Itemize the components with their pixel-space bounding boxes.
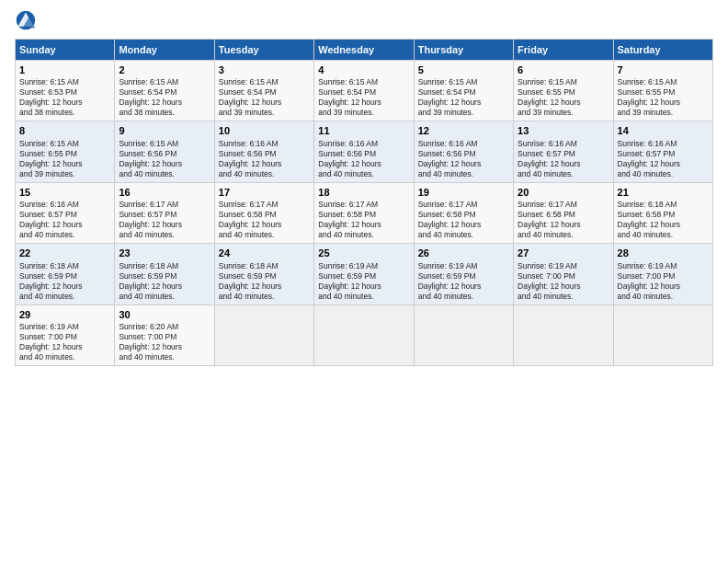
table-row: 17Sunrise: 6:17 AM Sunset: 6:58 PM Dayli… [214,182,313,243]
day-info: Sunrise: 6:17 AM Sunset: 6:58 PM Dayligh… [518,200,609,240]
col-header-wednesday: Wednesday [314,40,414,61]
col-header-tuesday: Tuesday [214,40,313,61]
day-number: 12 [418,124,509,137]
day-number: 14 [618,124,709,137]
table-row: 19Sunrise: 6:17 AM Sunset: 6:58 PM Dayli… [414,182,513,243]
day-number: 10 [219,124,310,137]
day-number: 22 [19,247,110,259]
table-row: 2Sunrise: 6:15 AM Sunset: 6:54 PM Daylig… [115,61,214,121]
page-header [15,9,713,31]
table-row: 7Sunrise: 6:15 AM Sunset: 6:55 PM Daylig… [613,61,712,121]
table-row: 10Sunrise: 6:16 AM Sunset: 6:56 PM Dayli… [214,121,313,182]
day-number: 18 [318,186,409,199]
table-row: 15Sunrise: 6:16 AM Sunset: 6:57 PM Dayli… [16,182,115,243]
day-info: Sunrise: 6:16 AM Sunset: 6:56 PM Dayligh… [219,139,310,179]
col-header-friday: Friday [514,40,613,61]
col-header-thursday: Thursday [414,40,513,61]
day-number: 1 [19,63,110,76]
table-row: 29Sunrise: 6:19 AM Sunset: 7:00 PM Dayli… [16,304,115,365]
day-info: Sunrise: 6:15 AM Sunset: 6:55 PM Dayligh… [518,77,609,118]
day-info: Sunrise: 6:19 AM Sunset: 7:00 PM Dayligh… [618,261,709,302]
day-number: 26 [418,247,509,259]
day-info: Sunrise: 6:20 AM Sunset: 7:00 PM Dayligh… [119,322,210,362]
day-number: 21 [618,186,709,199]
day-number: 7 [618,63,709,76]
table-row: 22Sunrise: 6:18 AM Sunset: 6:59 PM Dayli… [16,244,115,304]
table-row: 16Sunrise: 6:17 AM Sunset: 6:57 PM Dayli… [115,182,214,243]
day-number: 6 [518,63,609,76]
day-info: Sunrise: 6:15 AM Sunset: 6:54 PM Dayligh… [418,77,509,118]
day-info: Sunrise: 6:16 AM Sunset: 6:57 PM Dayligh… [518,139,609,179]
day-number: 28 [618,247,709,259]
day-number: 20 [518,186,609,199]
table-row: 28Sunrise: 6:19 AM Sunset: 7:00 PM Dayli… [613,244,712,304]
day-info: Sunrise: 6:19 AM Sunset: 7:00 PM Dayligh… [518,261,609,302]
table-row: 9Sunrise: 6:15 AM Sunset: 6:56 PM Daylig… [115,121,214,182]
day-info: Sunrise: 6:15 AM Sunset: 6:56 PM Dayligh… [119,139,210,179]
day-info: Sunrise: 6:17 AM Sunset: 6:58 PM Dayligh… [418,200,509,240]
day-number: 27 [518,247,609,259]
day-info: Sunrise: 6:19 AM Sunset: 6:59 PM Dayligh… [418,261,509,302]
logo-icon [15,9,37,31]
day-number: 3 [219,63,310,76]
day-number: 5 [418,63,509,76]
col-header-sunday: Sunday [16,40,115,61]
day-info: Sunrise: 6:16 AM Sunset: 6:57 PM Dayligh… [19,200,110,240]
day-info: Sunrise: 6:17 AM Sunset: 6:58 PM Dayligh… [219,200,310,240]
table-row: 1Sunrise: 6:15 AM Sunset: 6:53 PM Daylig… [16,61,115,121]
day-number: 23 [119,247,210,259]
day-number: 13 [518,124,609,137]
day-number: 16 [119,186,210,199]
day-info: Sunrise: 6:15 AM Sunset: 6:55 PM Dayligh… [618,77,709,118]
day-info: Sunrise: 6:15 AM Sunset: 6:54 PM Dayligh… [219,77,310,118]
table-row: 14Sunrise: 6:16 AM Sunset: 6:57 PM Dayli… [613,121,712,182]
table-row: 18Sunrise: 6:17 AM Sunset: 6:58 PM Dayli… [314,182,414,243]
table-row: 23Sunrise: 6:18 AM Sunset: 6:59 PM Dayli… [115,244,214,304]
table-row: 21Sunrise: 6:18 AM Sunset: 6:58 PM Dayli… [613,182,712,243]
table-row: 12Sunrise: 6:16 AM Sunset: 6:56 PM Dayli… [414,121,513,182]
col-header-saturday: Saturday [613,40,712,61]
day-number: 8 [19,124,110,137]
day-info: Sunrise: 6:16 AM Sunset: 6:56 PM Dayligh… [418,139,509,179]
table-row: 26Sunrise: 6:19 AM Sunset: 6:59 PM Dayli… [414,244,513,304]
day-info: Sunrise: 6:17 AM Sunset: 6:57 PM Dayligh… [119,200,210,240]
table-row [414,304,513,365]
col-header-monday: Monday [115,40,214,61]
table-row: 30Sunrise: 6:20 AM Sunset: 7:00 PM Dayli… [115,304,214,365]
day-number: 11 [318,124,409,137]
day-info: Sunrise: 6:15 AM Sunset: 6:54 PM Dayligh… [318,77,409,118]
table-row: 3Sunrise: 6:15 AM Sunset: 6:54 PM Daylig… [214,61,313,121]
day-info: Sunrise: 6:18 AM Sunset: 6:59 PM Dayligh… [219,261,310,302]
table-row: 24Sunrise: 6:18 AM Sunset: 6:59 PM Dayli… [214,244,313,304]
day-info: Sunrise: 6:18 AM Sunset: 6:59 PM Dayligh… [19,261,110,302]
day-number: 17 [219,186,310,199]
day-number: 4 [318,63,409,76]
day-number: 15 [19,186,110,199]
day-number: 30 [119,308,210,321]
table-row [613,304,712,365]
day-info: Sunrise: 6:18 AM Sunset: 6:59 PM Dayligh… [119,261,210,302]
day-info: Sunrise: 6:18 AM Sunset: 6:58 PM Dayligh… [618,200,709,240]
table-row [514,304,613,365]
table-row: 27Sunrise: 6:19 AM Sunset: 7:00 PM Dayli… [514,244,613,304]
table-row [214,304,313,365]
table-row: 25Sunrise: 6:19 AM Sunset: 6:59 PM Dayli… [314,244,414,304]
day-info: Sunrise: 6:19 AM Sunset: 6:59 PM Dayligh… [318,261,409,302]
calendar-table: SundayMondayTuesdayWednesdayThursdayFrid… [15,39,713,366]
day-number: 29 [19,308,110,321]
day-info: Sunrise: 6:17 AM Sunset: 6:58 PM Dayligh… [318,200,409,240]
table-row: 13Sunrise: 6:16 AM Sunset: 6:57 PM Dayli… [514,121,613,182]
table-row: 6Sunrise: 6:15 AM Sunset: 6:55 PM Daylig… [514,61,613,121]
day-number: 9 [119,124,210,137]
day-info: Sunrise: 6:16 AM Sunset: 6:56 PM Dayligh… [318,139,409,179]
table-row: 11Sunrise: 6:16 AM Sunset: 6:56 PM Dayli… [314,121,414,182]
day-info: Sunrise: 6:16 AM Sunset: 6:57 PM Dayligh… [618,139,709,179]
table-row: 8Sunrise: 6:15 AM Sunset: 6:55 PM Daylig… [16,121,115,182]
day-number: 19 [418,186,509,199]
day-number: 24 [219,247,310,259]
day-info: Sunrise: 6:15 AM Sunset: 6:53 PM Dayligh… [19,77,110,118]
day-number: 2 [119,63,210,76]
table-row [314,304,414,365]
day-number: 25 [318,247,409,259]
table-row: 5Sunrise: 6:15 AM Sunset: 6:54 PM Daylig… [414,61,513,121]
